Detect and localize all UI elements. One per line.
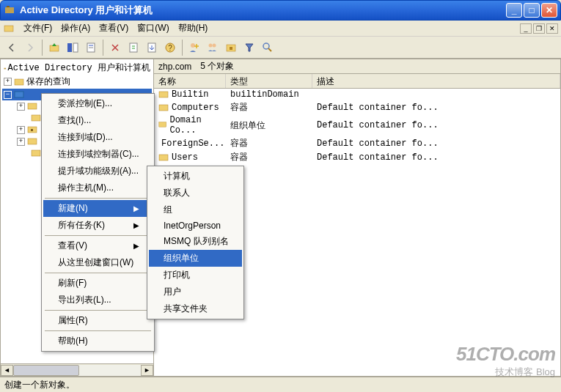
submenu-arrow-icon: ▶	[133, 242, 139, 250]
mdi-close-button[interactable]: ✕	[546, 23, 558, 34]
list-row[interactable]: ForeignSe... 容器 Default container fo...	[154, 136, 560, 150]
expand-icon[interactable]: +	[17, 126, 25, 134]
submenu-item[interactable]: 计算机	[149, 168, 242, 185]
export-button[interactable]	[143, 39, 161, 56]
row-type: 容器	[230, 137, 248, 149]
menu-item-label: 连接到域(D)...	[58, 131, 113, 144]
expand-icon[interactable]: +	[17, 138, 25, 146]
ou-icon	[26, 125, 38, 135]
submenu-item[interactable]: MSMQ 队列别名	[149, 233, 242, 250]
expand-icon[interactable]: +	[4, 78, 12, 86]
svg-point-14	[209, 43, 213, 47]
menu-action[interactable]: 操作(A)	[56, 21, 95, 36]
collapse-icon[interactable]: −	[4, 91, 12, 99]
svg-rect-20	[4, 68, 6, 70]
svg-rect-23	[28, 103, 37, 109]
expand-icon[interactable]: +	[17, 103, 25, 111]
filter-button[interactable]	[241, 39, 258, 56]
list-row[interactable]: Domain Co... 组织单位 Default container fo..…	[154, 114, 560, 136]
folder-icon	[26, 136, 38, 147]
context-menu-item[interactable]: 刷新(F)	[43, 275, 153, 292]
menu-file[interactable]: 文件(F)	[19, 21, 56, 36]
close-button[interactable]: ✕	[541, 3, 557, 18]
up-level-button[interactable]	[45, 39, 63, 56]
folder-icon	[158, 153, 169, 162]
new-submenu[interactable]: 计算机联系人组InetOrgPersonMSMQ 队列别名组织单位打印机用户共享…	[147, 166, 244, 319]
menu-bar: 文件(F) 操作(A) 查看(V) 窗口(W) 帮助(H) _ ❐ ✕	[0, 21, 561, 37]
menu-item-label: 查找(I)...	[58, 114, 91, 127]
menu-item-label: 操作主机(M)...	[58, 182, 114, 194]
find-button[interactable]	[259, 39, 276, 56]
context-menu-item[interactable]: 连接到域(D)...	[43, 129, 153, 146]
submenu-item[interactable]: 用户	[149, 284, 242, 300]
submenu-item[interactable]: InetOrgPerson	[149, 218, 242, 233]
submenu-item[interactable]: 共享文件夹	[149, 300, 242, 317]
context-menu-item[interactable]: 导出列表(L)...	[43, 292, 153, 308]
submenu-item-label: InetOrgPerson	[164, 221, 221, 231]
menu-item-label: 提升域功能级别(A)...	[58, 165, 139, 177]
svg-rect-30	[159, 105, 168, 111]
context-menu-item[interactable]: 从这里创建窗口(W)	[43, 254, 153, 271]
svg-point-18	[263, 43, 269, 49]
properties-button[interactable]	[82, 39, 100, 56]
submenu-item[interactable]: 打印机	[149, 267, 242, 284]
mdi-restore-button[interactable]: ❐	[533, 23, 545, 34]
scroll-left-button[interactable]: ◄	[1, 365, 13, 376]
column-name[interactable]: 名称	[154, 74, 226, 88]
submenu-item[interactable]: 组织单位	[149, 250, 242, 267]
context-menu-item[interactable]: 委派控制(E)...	[43, 95, 153, 112]
context-menu-item[interactable]: 查看(V)▶	[43, 237, 153, 254]
context-menu-item[interactable]: 查找(I)...	[43, 112, 153, 129]
submenu-item[interactable]: 联系人	[149, 185, 242, 201]
new-user-button[interactable]	[186, 39, 203, 56]
help-button[interactable]: ?	[161, 39, 179, 56]
new-group-button[interactable]	[204, 39, 221, 56]
row-type: 组织单位	[230, 119, 265, 132]
window-title: Active Directory 用户和计算机	[20, 4, 506, 17]
folder-icon	[158, 121, 166, 130]
menu-help[interactable]: 帮助(H)	[174, 21, 213, 36]
minimize-button[interactable]: _	[506, 3, 522, 18]
svg-rect-17	[230, 47, 232, 50]
mdi-minimize-button[interactable]: _	[520, 23, 532, 34]
context-menu-item[interactable]: 新建(N)▶	[43, 200, 153, 217]
context-menu-item[interactable]: 所有任务(K)▶	[43, 217, 153, 234]
svg-rect-5	[73, 43, 78, 52]
submenu-item[interactable]: 组	[149, 201, 242, 218]
context-menu-item[interactable]: 操作主机(M)...	[43, 180, 153, 196]
refresh-button[interactable]	[125, 39, 142, 56]
menu-view[interactable]: 查看(V)	[95, 21, 133, 36]
context-menu-item[interactable]: 属性(R)	[43, 312, 153, 329]
delete-button[interactable]	[106, 39, 124, 56]
scroll-right-button[interactable]: ►	[141, 365, 153, 376]
column-desc[interactable]: 描述	[312, 74, 560, 88]
menu-item-label: 委派控制(E)...	[58, 97, 112, 110]
list-row[interactable]: Computers 容器 Default container fo...	[154, 100, 560, 114]
scroll-thumb[interactable]	[13, 365, 79, 376]
svg-line-19	[268, 48, 271, 51]
forward-button[interactable]	[21, 39, 39, 56]
tree-domain-label	[26, 89, 32, 100]
context-menu[interactable]: 委派控制(E)...查找(I)...连接到域(D)...连接到域控制器(C)..…	[41, 93, 155, 352]
tree-hscrollbar[interactable]: ◄ ►	[0, 364, 154, 377]
menu-window[interactable]: 窗口(W)	[133, 21, 173, 36]
list-row[interactable]: Users 容器 Default container fo...	[154, 150, 560, 164]
context-menu-item[interactable]: 连接到域控制器(C)...	[43, 146, 153, 163]
tree-saved-queries[interactable]: + 保存的查询	[2, 75, 152, 89]
status-bar: 创建一个新对象。	[0, 377, 561, 392]
row-type: 容器	[230, 151, 248, 163]
context-menu-item[interactable]: 提升域功能级别(A)...	[43, 163, 153, 180]
tree-root[interactable]: Active Directory 用户和计算机	[2, 61, 152, 75]
svg-rect-24	[32, 115, 40, 121]
menu-item-label: 连接到域控制器(C)...	[58, 148, 139, 160]
folder-icon	[26, 101, 38, 111]
new-ou-button[interactable]	[222, 39, 240, 56]
menu-item-label: 查看(V)	[58, 240, 87, 252]
console-icon	[3, 23, 15, 34]
maximize-button[interactable]: □	[524, 3, 540, 18]
show-hide-button[interactable]	[64, 39, 81, 56]
back-button[interactable]	[3, 39, 21, 56]
column-type[interactable]: 类型	[226, 74, 312, 88]
list-row[interactable]: Builtin builtinDomain	[154, 89, 560, 100]
context-menu-item[interactable]: 帮助(H)	[43, 333, 153, 350]
